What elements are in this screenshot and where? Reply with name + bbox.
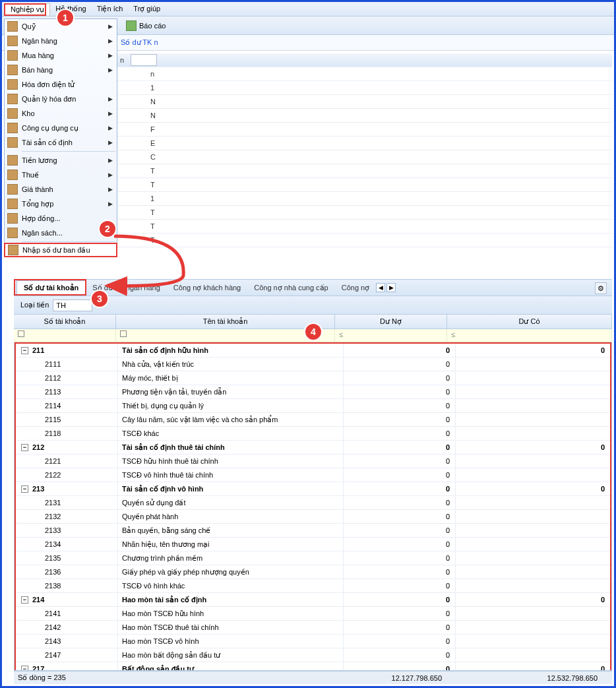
col-ten-tai-khoan[interactable]: Tên tài khoản	[116, 315, 335, 328]
chevron-right-icon: ▶	[108, 38, 113, 44]
menu-icon	[7, 36, 18, 46]
menu-item-t-ng-h-p[interactable]: Tổng hợp▶	[5, 197, 117, 211]
chevron-right-icon: ▶	[108, 67, 113, 73]
table-row[interactable]: 2115Cây lâu năm, súc vật làm việc và cho…	[16, 413, 610, 427]
menu-icon	[7, 137, 18, 148]
menu-nghiệp-vụ[interactable]: Nghiệp vụ	[5, 3, 50, 15]
menu-item-ng-n-h-ng[interactable]: Ngân hàng▶	[5, 34, 117, 48]
menu-tiện-ích[interactable]: Tiện ích	[92, 3, 129, 15]
collapse-icon[interactable]: −	[21, 444, 28, 451]
table-row[interactable]: 2133Bản quyền, bằng sáng chế0	[16, 524, 610, 538]
tab-0[interactable]: Số dư tài khoản	[16, 280, 86, 296]
callout-4: 4	[304, 323, 323, 341]
chevron-right-icon: ▶	[108, 110, 113, 117]
chevron-right-icon: ▶	[108, 139, 113, 146]
menu-icon	[7, 123, 18, 133]
menu-item-nh-p-s-d-ban-u[interactable]: Nhập số dư ban đầu	[4, 243, 117, 257]
table-row[interactable]: 2143Hao mòn TSCĐ vô hình0	[16, 635, 610, 648]
so-du-link[interactable]: Số dư TK n	[121, 38, 158, 47]
table-row[interactable]: 2112Máy móc, thiết bị0	[16, 371, 610, 385]
loai-tien-input[interactable]	[53, 299, 92, 311]
chevron-right-icon: ▶	[108, 52, 113, 59]
chevron-right-icon: ▶	[108, 96, 113, 102]
table-row[interactable]: 2142Hao mòn TSCĐ thuê tài chính0	[16, 621, 610, 635]
table-row[interactable]: 2141Hao mòn TSCĐ hữu hình0	[16, 607, 610, 621]
col-so-tai-khoan[interactable]: Số tài khoản	[14, 315, 116, 328]
table-row[interactable]: −213Tài sản cố định vô hình00	[16, 482, 610, 496]
menu-item-qu-n-l-h-a-n[interactable]: Quản lý hóa đơn▶	[5, 92, 117, 106]
table-row[interactable]: 2134Nhãn hiệu, tên thương mại0	[16, 538, 610, 551]
chevron-right-icon: ▶	[108, 157, 113, 164]
table-row[interactable]: 2121TSCĐ hữu hình thuê tài chính0	[16, 454, 610, 468]
chevron-right-icon: ▶	[108, 186, 113, 193]
table-row[interactable]: 2138TSCĐ vô hình khác0	[16, 579, 610, 593]
table-row[interactable]: −211Tài sản cố định hữu hình00	[16, 344, 610, 358]
menu-item-thu-[interactable]: Thuế▶	[5, 168, 117, 182]
col-du-co[interactable]: Dư Có	[447, 315, 612, 328]
menu-icon	[7, 213, 18, 224]
menu-item-t-i-s-n-c-nh[interactable]: Tài sản cố định▶	[5, 135, 117, 150]
chevron-right-icon: ▶	[108, 172, 113, 178]
collapse-icon[interactable]: −	[21, 596, 28, 604]
table-row[interactable]: 2136Giấy phép và giấy phép nhượng quyền0	[16, 565, 610, 579]
collapse-icon[interactable]: −	[21, 347, 28, 354]
menu-icon	[7, 65, 18, 75]
menu-item-b-n-h-ng[interactable]: Bán hàng▶	[5, 63, 117, 77]
gear-icon[interactable]: ⚙	[595, 282, 607, 294]
table-row[interactable]: −214Hao mòn tài sản cố định00	[16, 593, 610, 607]
menu-item-ti-n-l-ng[interactable]: Tiền lương▶	[5, 153, 117, 168]
table-row[interactable]: 2147Hao mòn bất động sản đầu tư0	[16, 648, 610, 662]
table-row[interactable]: 2131Quyền sử dụng đất0	[16, 496, 610, 510]
col-du-no[interactable]: Dư Nợ	[335, 315, 447, 328]
bao-cao-label: Báo cáo	[139, 22, 166, 30]
grid-footer: Số dòng = 235 12.127.798.650 12.532.798.…	[14, 671, 612, 684]
chevron-right-icon: ▶	[108, 23, 113, 30]
tab-scroll-right[interactable]: ▶	[386, 283, 396, 292]
table-row[interactable]: 2132Quyền phát hành0	[16, 510, 610, 524]
callout-3: 3	[90, 290, 109, 308]
table-row[interactable]: 2111Nhà cửa, vật kiến trúc0	[16, 358, 610, 371]
loai-tien-label: Loại tiền	[20, 301, 49, 309]
row-count: Số dòng = 235	[14, 672, 116, 684]
menu-icon	[7, 170, 18, 180]
chevron-right-icon: ▶	[108, 125, 113, 131]
callout-2: 2	[98, 220, 117, 238]
menu-item-mua-h-ng[interactable]: Mua hàng▶	[5, 48, 117, 63]
total-du-co: 12.532.798.650	[447, 672, 612, 684]
menu-icon	[8, 245, 18, 255]
callout-1: 1	[56, 9, 75, 27]
table-row[interactable]: 2114Thiết bị, dụng cụ quản lý0	[16, 399, 610, 413]
chevron-right-icon: ▶	[108, 201, 113, 207]
menu-icon	[7, 184, 18, 195]
tab-3[interactable]: Công nợ nhà cung cấp	[247, 281, 334, 295]
bg-partial-rows: n n1NNFECTT1TTT	[117, 53, 612, 265]
tab-4[interactable]: Công nợ	[335, 281, 376, 295]
table-row[interactable]: 2135Chương trình phần mềm0	[16, 551, 610, 565]
menu-item-c-ng-c-d-ng-c-[interactable]: Công cụ dụng cụ▶	[5, 121, 117, 135]
tab-2[interactable]: Công nợ khách hàng	[167, 281, 247, 295]
table-row[interactable]: −217Bất động sản đầu tư00	[16, 662, 610, 671]
collapse-icon[interactable]: −	[21, 485, 28, 493]
grid-body[interactable]: −211Tài sản cố định hữu hình002111Nhà cử…	[14, 342, 612, 671]
table-row[interactable]: 2122TSCĐ vô hình thuê tài chính0	[16, 468, 610, 482]
table-row[interactable]: −212Tài sản cố định thuê tài chính00	[16, 441, 610, 454]
menubar: Nghiệp vụHệ thốngTiện íchTrợ giúp	[2, 2, 614, 16]
menu-item-gi-th-nh[interactable]: Giá thành▶	[5, 182, 117, 197]
collapse-icon[interactable]: −	[21, 666, 28, 672]
bao-cao-button[interactable]: Báo cáo	[121, 19, 171, 32]
menu-icon	[7, 50, 18, 61]
menu-item-h-a-n-i-n-t-[interactable]: Hóa đơn điện tử	[5, 77, 117, 92]
menu-trợ-giúp[interactable]: Trợ giúp	[128, 3, 166, 15]
menu-icon	[7, 155, 18, 166]
total-du-no: 12.127.798.650	[335, 672, 447, 684]
menu-icon	[7, 21, 18, 32]
menu-icon	[7, 79, 18, 90]
nghiep-vu-dropdown: Quỹ▶Ngân hàng▶Mua hàng▶Bán hàng▶Hóa đơn …	[4, 18, 117, 257]
tab-scroll-left[interactable]: ◀	[376, 283, 385, 292]
menu-icon	[7, 228, 18, 238]
table-row[interactable]: 2113Phương tiện vận tải, truyền dẫn0	[16, 385, 610, 399]
table-row[interactable]: 2118TSCĐ khác0	[16, 427, 610, 441]
menu-icon	[7, 94, 18, 104]
report-icon	[126, 20, 137, 31]
menu-item-kho[interactable]: Kho▶	[5, 106, 117, 121]
